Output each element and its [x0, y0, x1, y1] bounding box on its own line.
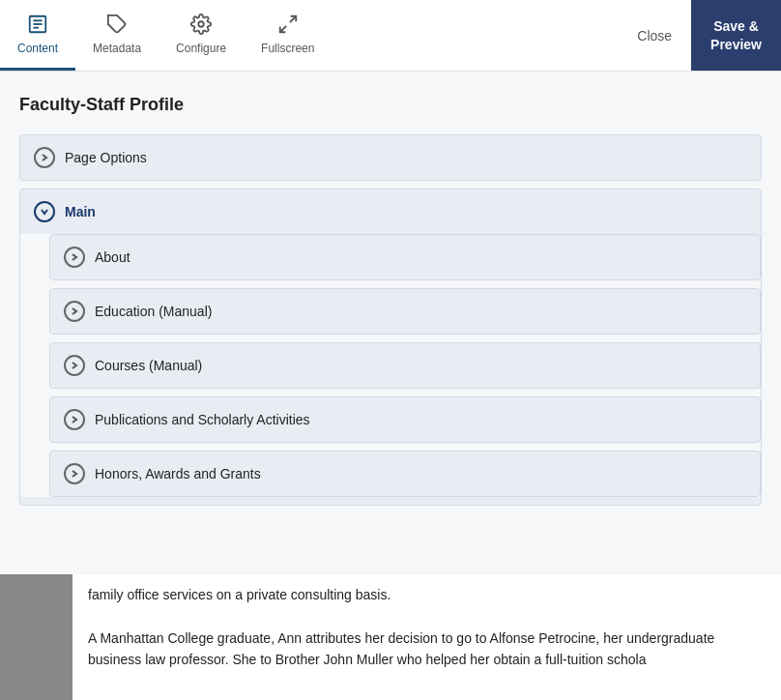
accordion-main[interactable]: Main About: [19, 189, 762, 506]
preview-text-1: family office services on a private cons…: [88, 584, 766, 605]
accordion-courses[interactable]: Courses (Manual): [49, 342, 761, 389]
svg-line-6: [290, 15, 296, 21]
toolbar-spacer: [332, 0, 618, 71]
toolbar: Content Metadata Configure: [0, 0, 781, 72]
svg-line-7: [280, 25, 286, 31]
expand-icon-courses: [64, 355, 85, 376]
configure-icon: [190, 14, 212, 38]
accordion-main-header[interactable]: Main: [20, 190, 761, 234]
tab-metadata[interactable]: Metadata: [75, 0, 159, 71]
accordion-page-options-header[interactable]: Page Options: [20, 135, 761, 180]
metadata-icon: [106, 14, 128, 38]
tab-metadata-label: Metadata: [93, 42, 141, 55]
expand-icon-education: [64, 301, 85, 322]
tab-content[interactable]: Content: [0, 0, 75, 71]
tab-fullscreen[interactable]: Fullscreen: [244, 0, 332, 71]
accordion-page-options[interactable]: Page Options: [19, 134, 762, 181]
accordion-honors-header[interactable]: Honors, Awards and Grants: [50, 452, 760, 496]
accordion-publications-label: Publications and Scholarly Activities: [95, 412, 310, 427]
svg-point-5: [198, 21, 204, 27]
preview-text-2: A Manhattan College graduate, Ann attrib…: [88, 627, 766, 671]
accordion-main-children: About Education (Manual): [20, 234, 761, 497]
fullscreen-icon: [277, 14, 299, 38]
expand-icon-page-options: [34, 147, 55, 168]
expand-icon-honors: [64, 463, 85, 484]
preview-content: family office services on a private cons…: [72, 574, 781, 700]
content-area: Faculty-Staff Profile Page Options Main: [0, 72, 781, 574]
tab-configure[interactable]: Configure: [159, 0, 244, 71]
expand-icon-about: [64, 247, 85, 268]
page-title: Faculty-Staff Profile: [19, 95, 762, 115]
accordion-page-options-label: Page Options: [65, 150, 147, 165]
expand-icon-main: [34, 201, 55, 222]
close-button[interactable]: Close: [618, 0, 691, 71]
accordion-publications-header[interactable]: Publications and Scholarly Activities: [50, 397, 760, 442]
accordion-honors[interactable]: Honors, Awards and Grants: [49, 451, 761, 497]
accordion-education-label: Education (Manual): [95, 304, 212, 319]
tab-configure-label: Configure: [176, 42, 226, 55]
accordion-about[interactable]: About: [49, 234, 761, 280]
save-preview-button[interactable]: Save & Preview: [691, 0, 781, 71]
accordion-about-label: About: [95, 249, 130, 265]
preview-area: family office services on a private cons…: [0, 574, 781, 700]
accordion-courses-header[interactable]: Courses (Manual): [50, 343, 760, 388]
accordion-education[interactable]: Education (Manual): [49, 288, 761, 335]
accordion-main-label: Main: [65, 204, 96, 219]
tab-content-label: Content: [17, 42, 58, 55]
accordion-publications[interactable]: Publications and Scholarly Activities: [49, 396, 761, 443]
accordion-education-header[interactable]: Education (Manual): [50, 289, 760, 334]
accordion-courses-label: Courses (Manual): [95, 358, 202, 373]
accordion-honors-label: Honors, Awards and Grants: [95, 466, 261, 481]
content-icon: [27, 14, 48, 38]
save-preview-label: Save & Preview: [710, 17, 762, 52]
expand-icon-publications: [64, 409, 85, 430]
tab-fullscreen-label: Fullscreen: [261, 42, 314, 55]
accordion-about-header[interactable]: About: [50, 235, 760, 279]
